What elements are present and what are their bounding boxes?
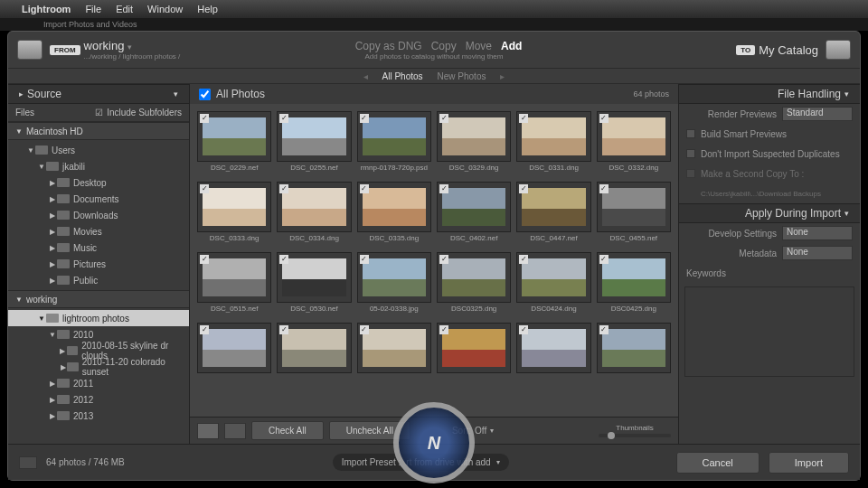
working-header[interactable]: ▼working (8, 290, 189, 308)
thumbnail-cell[interactable]: ✓rmnp-0178-720p.psd (357, 111, 431, 173)
thumb-checkbox[interactable]: ✓ (279, 325, 288, 334)
expand-toggle[interactable] (19, 456, 37, 469)
menu-file[interactable]: File (85, 4, 101, 14)
thumbnail-cell[interactable]: ✓DSC_0255.nef (277, 111, 351, 173)
uncheck-all-button[interactable]: Uncheck All (329, 421, 410, 440)
thumb-checkbox[interactable]: ✓ (519, 325, 528, 334)
thumb-checkbox[interactable]: ✓ (599, 255, 609, 264)
thumb-checkbox[interactable]: ✓ (599, 184, 609, 193)
folder-users[interactable]: ▼Users (8, 142, 189, 158)
thumbnail-cell[interactable]: ✓DSC_0229.nef (197, 111, 271, 173)
thumb-checkbox[interactable]: ✓ (599, 114, 609, 123)
source-panel-header[interactable]: ▸Source▾ (8, 84, 189, 104)
sort-dropdown-icon[interactable]: ▾ (490, 427, 494, 435)
folder-documents[interactable]: ▶Documents (8, 191, 189, 207)
thumb-checkbox[interactable]: ✓ (439, 325, 448, 334)
menu-help[interactable]: Help (197, 4, 218, 14)
folder-2010-11-20-colorado-sunset[interactable]: ▶2010-11-20 colorado sunset (8, 359, 189, 375)
thumb-checkbox[interactable]: ✓ (439, 255, 448, 264)
render-previews-select[interactable]: Standard (782, 107, 853, 121)
thumbnail-cell[interactable]: ✓DSC_0515.nef (197, 252, 271, 314)
thumbnail-cell[interactable]: ✓ (516, 323, 590, 384)
thumbnail-cell[interactable]: ✓DSC_0455.nef (597, 182, 671, 243)
thumbnail-size-slider[interactable] (599, 434, 671, 437)
thumbnail-cell[interactable]: ✓05-02-0338.jpg (357, 252, 431, 314)
thumbnail-cell[interactable]: ✓ (597, 323, 671, 384)
thumbnail-cell[interactable]: ✓DSC_0530.nef (277, 252, 351, 314)
folder-downloads[interactable]: ▶Downloads (8, 207, 189, 223)
app-menu[interactable]: Lightroom (22, 4, 71, 14)
thumbnail-cell[interactable]: ✓DSC_0335.dng (357, 182, 431, 243)
second-copy-checkbox[interactable] (686, 169, 695, 178)
import-mode-copy[interactable]: Copy (431, 40, 457, 52)
from-source[interactable]: FROM working ▾ .../working / lightroom p… (50, 39, 180, 61)
to-destination[interactable]: TO My Catalog (736, 40, 851, 60)
thumbnail-cell[interactable]: ✓ (437, 323, 511, 384)
tab-new-photos[interactable]: New Photos (438, 71, 486, 81)
tab-all-photos[interactable]: All Photos (382, 71, 423, 81)
thumbnail-cell[interactable]: ✓DSC0424.dng (516, 252, 590, 314)
thumbnail-cell[interactable]: ✓ (197, 323, 271, 384)
thumb-checkbox[interactable]: ✓ (200, 325, 209, 334)
loupe-view-button[interactable] (224, 423, 246, 439)
thumb-checkbox[interactable]: ✓ (519, 114, 528, 123)
thumbnail-cell[interactable]: ✓ (357, 323, 431, 384)
build-smart-previews-checkbox[interactable] (686, 129, 695, 138)
file-handling-header[interactable]: File Handling▾ (679, 84, 860, 104)
folder-2011[interactable]: ▶2011 (8, 375, 189, 391)
folder-public[interactable]: ▶Public (8, 272, 189, 288)
thumbnail-cell[interactable]: ✓DSC_0447.nef (516, 182, 590, 243)
thumbnail-cell[interactable]: ✓DSC0425.dng (597, 252, 671, 314)
import-mode-add[interactable]: Add (501, 40, 522, 52)
volume-header[interactable]: ▼Macintosh HD (8, 122, 189, 140)
keywords-input[interactable] (684, 286, 854, 377)
thumb-checkbox[interactable]: ✓ (360, 325, 369, 334)
folder-pictures[interactable]: ▶Pictures (8, 256, 189, 272)
select-all-checkbox[interactable] (199, 89, 211, 100)
thumbnail-cell[interactable]: ✓DSC_0331.dng (516, 111, 590, 173)
thumb-checkbox[interactable]: ✓ (200, 114, 209, 123)
thumb-checkbox[interactable]: ✓ (519, 184, 528, 193)
no-duplicates-checkbox[interactable] (686, 149, 695, 158)
folder-2012[interactable]: ▶2012 (8, 391, 189, 408)
thumb-checkbox[interactable]: ✓ (439, 184, 448, 193)
menu-edit[interactable]: Edit (116, 4, 133, 14)
thumb-checkbox[interactable]: ✓ (200, 255, 209, 264)
sort-value[interactable]: Off (475, 426, 486, 436)
thumb-checkbox[interactable]: ✓ (360, 114, 369, 123)
folder-desktop[interactable]: ▶Desktop (8, 174, 189, 191)
thumbnail-cell[interactable]: ✓DSC_0329.dng (437, 111, 511, 173)
thumbnail-cell[interactable]: ✓DSC_0333.dng (197, 182, 271, 243)
thumbnail-cell[interactable]: ✓ (277, 323, 351, 384)
thumb-checkbox[interactable]: ✓ (279, 114, 288, 123)
develop-settings-select[interactable]: None (782, 226, 853, 240)
thumbnail-cell[interactable]: ✓DSC_0402.nef (437, 182, 511, 243)
thumbnail-cell[interactable]: ✓DSC0325.dng (437, 252, 511, 314)
thumb-checkbox[interactable]: ✓ (360, 255, 369, 264)
thumb-checkbox[interactable]: ✓ (599, 325, 609, 334)
grid-view-button[interactable] (197, 423, 219, 439)
cancel-button[interactable]: Cancel (676, 452, 760, 474)
folder-movies[interactable]: ▶Movies (8, 223, 189, 239)
import-preset[interactable]: Import Preset : rt from drive with add ▾ (333, 454, 509, 471)
thumb-checkbox[interactable]: ✓ (360, 184, 369, 193)
import-mode-copy-as-dng[interactable]: Copy as DNG (355, 40, 422, 52)
thumb-checkbox[interactable]: ✓ (279, 255, 288, 264)
folder-music[interactable]: ▶Music (8, 239, 189, 256)
check-all-button[interactable]: Check All (251, 421, 324, 440)
import-button[interactable]: Import (769, 452, 849, 474)
thumb-checkbox[interactable]: ✓ (279, 184, 288, 193)
folder-lightroom-photos[interactable]: ▼lightroom photos (8, 310, 189, 326)
metadata-select[interactable]: None (782, 246, 853, 260)
thumbnail-cell[interactable]: ✓DSC_0332.dng (597, 111, 671, 173)
include-subfolders-checkbox[interactable]: ☑ (95, 108, 103, 117)
import-mode-move[interactable]: Move (466, 40, 492, 52)
folder-jkabili[interactable]: ▼jkabili (8, 158, 189, 174)
thumbnail-cell[interactable]: ✓DSC_0334.dng (277, 182, 351, 243)
thumb-checkbox[interactable]: ✓ (200, 184, 209, 193)
apply-during-import-header[interactable]: Apply During Import▾ (679, 203, 860, 223)
thumb-checkbox[interactable]: ✓ (439, 114, 448, 123)
thumb-checkbox[interactable]: ✓ (519, 255, 528, 264)
folder-2013[interactable]: ▶2013 (8, 408, 189, 424)
menu-window[interactable]: Window (147, 4, 183, 14)
